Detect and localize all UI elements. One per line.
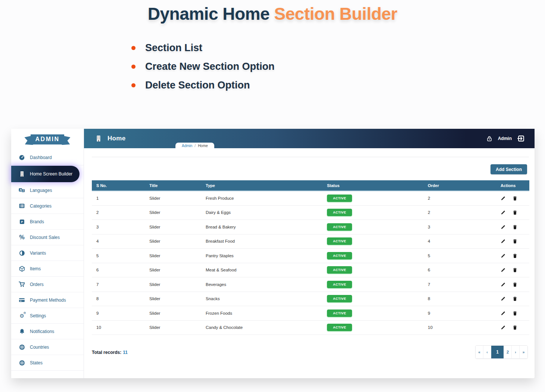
pagination-page-2-button[interactable]: 2 xyxy=(504,346,512,358)
sidebar-item-home-screen-builder[interactable]: Home Screen Builder xyxy=(11,166,80,182)
lock-icon[interactable] xyxy=(486,136,492,141)
edit-icon[interactable] xyxy=(501,325,506,330)
table-row: 9 Slider Frozen Foods ACTIVE 9 xyxy=(92,306,529,321)
table-row: 7 Slider Beverages ACTIVE 7 xyxy=(92,277,529,292)
edit-icon[interactable] xyxy=(501,253,506,258)
delete-icon[interactable] xyxy=(513,224,518,230)
sidebar-item-label: Brands xyxy=(30,219,44,224)
delete-icon[interactable] xyxy=(513,267,518,273)
sidebar-item-label: Home Screen Builder xyxy=(30,171,72,177)
logout-icon[interactable] xyxy=(517,135,525,142)
sidebar-item-states[interactable]: States xyxy=(11,355,84,371)
sidebar-item-languages[interactable]: AZ Languages xyxy=(11,183,84,198)
delete-icon[interactable] xyxy=(513,210,518,215)
box-icon xyxy=(19,265,25,272)
add-section-button[interactable]: Add Section xyxy=(490,164,527,174)
edit-icon[interactable] xyxy=(501,224,506,230)
cell-title: Slider xyxy=(149,225,206,229)
cell-sno: 3 xyxy=(96,225,149,229)
edit-icon[interactable] xyxy=(501,310,506,316)
feature-bullet-list: Section List Create New Section Option D… xyxy=(131,42,275,98)
ribbon-banner: ADMIN xyxy=(25,134,71,144)
edit-icon[interactable] xyxy=(501,195,506,201)
sidebar-item-notifications[interactable]: Notifications xyxy=(11,324,84,339)
page-title: Dynamic Home Section Builder xyxy=(0,4,545,24)
breadcrumb: Admin / Home xyxy=(175,143,214,149)
delete-icon[interactable] xyxy=(513,310,518,316)
breadcrumb-root-link[interactable]: Admin xyxy=(182,144,192,148)
delete-icon[interactable] xyxy=(513,325,518,330)
edit-icon[interactable] xyxy=(501,239,506,244)
cell-sno: 2 xyxy=(96,210,149,215)
table-row: 5 Slider Pantry Staples ACTIVE 5 xyxy=(92,249,529,263)
pagination-prev-button[interactable]: ‹ xyxy=(483,346,491,358)
sidebar-item-variants[interactable]: Variants xyxy=(11,245,84,261)
admin-logo[interactable]: ADMIN xyxy=(11,129,84,150)
status-badge[interactable]: ACTIVE xyxy=(327,209,352,216)
delete-icon[interactable] xyxy=(513,296,518,302)
delete-icon[interactable] xyxy=(513,239,518,244)
sidebar-item-categories[interactable]: Categories xyxy=(11,198,84,214)
sidebar-item-orders[interactable]: Orders xyxy=(11,277,84,292)
cell-order: 4 xyxy=(428,239,501,243)
sidebar-item-brands[interactable]: P Brands xyxy=(11,214,84,230)
total-records-value: 11 xyxy=(123,350,128,355)
column-header-status: Status xyxy=(327,183,428,188)
status-badge[interactable]: ACTIVE xyxy=(327,237,352,245)
cell-order: 2 xyxy=(428,210,501,215)
cell-title: Slider xyxy=(149,311,206,315)
admin-panel: ADMIN Dashboard Home Screen Builder AZ xyxy=(11,129,535,378)
cell-type: Candy & Chocolate xyxy=(206,325,327,330)
total-records-label: Total records: xyxy=(92,350,121,355)
delete-icon[interactable] xyxy=(513,281,518,287)
status-badge[interactable]: ACTIVE xyxy=(327,309,352,317)
edit-icon[interactable] xyxy=(501,296,506,302)
half-circle-icon xyxy=(19,250,25,256)
cell-title: Slider xyxy=(149,196,206,200)
status-badge[interactable]: ACTIVE xyxy=(327,295,352,302)
sidebar-item-discount-sales[interactable]: % Discount Sales xyxy=(11,230,84,245)
cell-type: Meat & Seafood xyxy=(206,268,327,272)
status-badge[interactable]: ACTIVE xyxy=(327,281,352,288)
svg-text:P: P xyxy=(21,220,23,224)
pagination-page-1-button[interactable]: 1 xyxy=(491,346,504,358)
cell-title: Slider xyxy=(149,282,206,287)
percent-icon: % xyxy=(19,234,25,240)
building-icon xyxy=(95,135,102,142)
cell-sno: 9 xyxy=(96,311,149,315)
sidebar-item-dashboard[interactable]: Dashboard xyxy=(11,150,84,165)
list-icon xyxy=(19,203,25,209)
edit-icon[interactable] xyxy=(501,281,506,287)
sidebar-item-countries[interactable]: Countries xyxy=(11,339,84,355)
edit-icon[interactable] xyxy=(501,210,506,215)
delete-icon[interactable] xyxy=(513,253,518,258)
status-badge[interactable]: ACTIVE xyxy=(327,324,352,331)
building-icon xyxy=(19,171,25,177)
status-badge[interactable]: ACTIVE xyxy=(327,266,352,274)
sidebar-item-items[interactable]: Items xyxy=(11,261,84,277)
status-badge[interactable]: ACTIVE xyxy=(327,223,352,231)
cell-sno: 7 xyxy=(96,282,149,287)
status-badge[interactable]: ACTIVE xyxy=(327,195,352,202)
bullet-dot-icon xyxy=(131,83,136,87)
cell-sno: 5 xyxy=(96,253,149,258)
cart-icon xyxy=(19,281,25,287)
cell-order: 6 xyxy=(428,268,501,272)
delete-icon[interactable] xyxy=(513,195,518,201)
pagination-next-button[interactable]: › xyxy=(512,346,520,358)
table-row: 10 Slider Candy & Chocolate ACTIVE 10 xyxy=(92,321,529,335)
status-badge[interactable]: ACTIVE xyxy=(327,252,352,259)
table-row: 2 Slider Dairy & Eggs ACTIVE 2 xyxy=(92,206,529,220)
pagination-first-button[interactable]: « xyxy=(476,346,483,358)
column-header-type: Type xyxy=(206,183,327,188)
edit-icon[interactable] xyxy=(501,267,506,273)
cell-title: Slider xyxy=(149,210,206,215)
brand-icon: P xyxy=(19,218,25,225)
sidebar-item-label: Orders xyxy=(30,282,44,287)
header-username[interactable]: Admin xyxy=(498,136,512,141)
pagination-last-button[interactable]: » xyxy=(520,346,527,358)
sidebar-item-payment-methods[interactable]: Payment Methods xyxy=(11,292,84,308)
sidebar-item-settings[interactable]: ⚙⚙ Settings xyxy=(11,308,84,324)
main-area: Home Admin Admin / Home Add Section xyxy=(84,129,535,378)
cell-type: Breakfast Food xyxy=(206,239,327,243)
